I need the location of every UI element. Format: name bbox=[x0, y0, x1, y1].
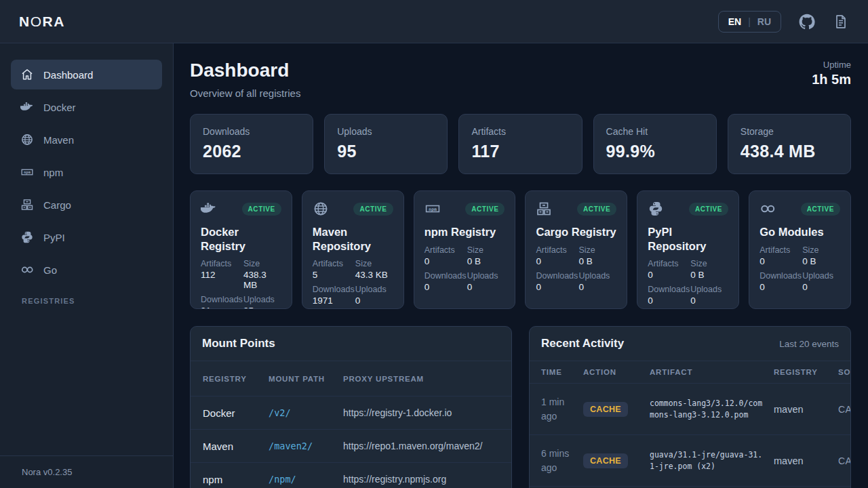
sidebar-item-docker[interactable]: Docker bbox=[11, 92, 162, 122]
boxes-icon bbox=[20, 198, 34, 211]
stat-card-storage: Storage 438.4 MB bbox=[728, 114, 851, 174]
registry-card-pypi[interactable]: ACTIVE PyPI Repository Artifacts0 Size0 … bbox=[637, 190, 739, 309]
action-badge: CACHE bbox=[583, 453, 628, 468]
lang-en-button[interactable]: EN bbox=[728, 16, 741, 27]
column-header-time: TIME bbox=[541, 368, 583, 376]
registry-card-go[interactable]: ACTIVE Go Modules Artifacts0 Size0 B Dow… bbox=[749, 190, 851, 309]
python-icon bbox=[648, 201, 664, 217]
column-header-source: SOURCE bbox=[838, 368, 851, 376]
stat-card-downloads: Downloads 2062 bbox=[190, 114, 313, 174]
status-badge: ACTIVE bbox=[577, 203, 616, 216]
registry-card-title: Maven Repository bbox=[313, 225, 393, 253]
column-header-registry: REGISTRY bbox=[203, 375, 269, 383]
registry-card-title: Go Modules bbox=[760, 225, 840, 239]
go-icon bbox=[760, 201, 776, 217]
action-badge: CACHE bbox=[583, 402, 628, 417]
column-header-action: ACTION bbox=[583, 368, 650, 376]
sidebar-item-go[interactable]: Go bbox=[11, 255, 162, 285]
column-header-artifact: ARTIFACT bbox=[650, 368, 774, 376]
docker-icon bbox=[20, 100, 34, 114]
registry-card-maven[interactable]: ACTIVE Maven Repository Artifacts5 Size4… bbox=[302, 190, 404, 309]
column-header-mount-path: MOUNT PATH bbox=[269, 375, 343, 383]
docs-icon[interactable] bbox=[833, 14, 849, 30]
uptime: Uptime 1h 5m bbox=[812, 60, 851, 87]
language-switch[interactable]: EN | RU bbox=[718, 11, 781, 33]
mount-points-title: Mount Points bbox=[202, 337, 275, 350]
sidebar-item-label: Go bbox=[43, 264, 57, 276]
app-version: Nora v0.2.35 bbox=[0, 455, 173, 488]
stat-card-artifacts: Artifacts 117 bbox=[458, 114, 582, 174]
recent-activity-note: Last 20 events bbox=[779, 339, 839, 349]
stat-card-uploads: Uploads 95 bbox=[324, 114, 448, 174]
uptime-value: 1h 5m bbox=[812, 72, 851, 87]
boxes-icon bbox=[536, 201, 552, 217]
registry-card-title: npm Registry bbox=[425, 225, 505, 239]
sidebar-item-label: Maven bbox=[43, 134, 74, 146]
column-header-registry: REGISTRY bbox=[774, 368, 838, 376]
go-icon bbox=[20, 263, 34, 277]
status-badge: ACTIVE bbox=[801, 203, 840, 216]
python-icon bbox=[20, 230, 34, 244]
globe-icon bbox=[313, 201, 329, 217]
recent-activity-title: Recent Activity bbox=[541, 337, 624, 350]
stats-row: Downloads 2062 Uploads 95 Artifacts 117 … bbox=[190, 114, 851, 174]
registry-card-title: PyPI Repository bbox=[648, 225, 728, 253]
main-content: Dashboard Overview of all registries Upt… bbox=[174, 43, 868, 488]
sidebar: Dashboard Docker Maven npm Cargo PyPI bbox=[0, 43, 174, 488]
topbar: NORA EN | RU bbox=[0, 0, 868, 43]
sidebar-item-pypi[interactable]: PyPI bbox=[11, 222, 162, 252]
registry-card-cargo[interactable]: ACTIVE Cargo Registry Artifacts0 Size0 B… bbox=[525, 190, 627, 309]
table-row[interactable]: Docker /v2/ https://registry-1.docker.io bbox=[191, 396, 511, 430]
sidebar-item-dashboard[interactable]: Dashboard bbox=[11, 60, 162, 89]
table-row[interactable]: npm /npm/ https://registry.npmjs.org bbox=[191, 463, 511, 488]
sidebar-item-maven[interactable]: Maven bbox=[11, 125, 162, 155]
sidebar-item-npm[interactable]: npm bbox=[11, 157, 162, 187]
sidebar-item-label: Docker bbox=[43, 102, 76, 113]
column-header-proxy-upstream: PROXY UPSTREAM bbox=[343, 375, 511, 383]
table-row[interactable]: 1 min ago CACHE commons-lang3/3.12.0/com… bbox=[530, 384, 851, 435]
page-title: Dashboard bbox=[190, 60, 300, 81]
lang-separator: | bbox=[748, 16, 751, 27]
npm-icon bbox=[20, 165, 34, 179]
docker-icon bbox=[201, 201, 217, 217]
table-row[interactable]: 6 mins ago CACHE guava/31.1-jre/guava-31… bbox=[530, 435, 851, 487]
status-badge: ACTIVE bbox=[465, 203, 505, 216]
status-badge: ACTIVE bbox=[242, 203, 281, 216]
status-badge: ACTIVE bbox=[689, 203, 728, 216]
registry-card-docker[interactable]: ACTIVE Docker Registry Artifacts112 Size… bbox=[190, 190, 292, 309]
registry-card-title: Cargo Registry bbox=[536, 225, 616, 239]
github-icon[interactable] bbox=[799, 14, 815, 30]
registry-card-title: Docker Registry bbox=[201, 225, 281, 253]
mount-points-panel: Mount Points REGISTRY MOUNT PATH PROXY U… bbox=[190, 326, 512, 488]
status-badge: ACTIVE bbox=[353, 203, 393, 216]
home-icon bbox=[20, 68, 34, 81]
stat-card-cache-hit: Cache Hit 99.9% bbox=[593, 114, 717, 174]
globe-icon bbox=[20, 133, 34, 146]
recent-activity-panel: Recent Activity Last 20 events TIME ACTI… bbox=[529, 326, 851, 488]
registry-cards: ACTIVE Docker Registry Artifacts112 Size… bbox=[190, 190, 851, 309]
sidebar-item-label: npm bbox=[43, 167, 63, 178]
sidebar-item-label: Cargo bbox=[43, 199, 71, 211]
table-row[interactable]: Maven /maven2/ https://repo1.maven.org/m… bbox=[191, 430, 511, 463]
lang-ru-button[interactable]: RU bbox=[757, 16, 771, 27]
uptime-label: Uptime bbox=[812, 60, 851, 70]
app-logo: NORA bbox=[19, 14, 65, 30]
sidebar-item-label: Dashboard bbox=[43, 69, 93, 81]
sidebar-item-cargo[interactable]: Cargo bbox=[11, 190, 162, 220]
page-subtitle: Overview of all registries bbox=[190, 87, 300, 99]
sidebar-section-registries: REGISTRIES bbox=[0, 287, 173, 305]
registry-card-npm[interactable]: ACTIVE npm Registry Artifacts0 Size0 B D… bbox=[414, 190, 516, 309]
sidebar-item-label: PyPI bbox=[43, 232, 65, 243]
npm-icon bbox=[425, 201, 441, 217]
